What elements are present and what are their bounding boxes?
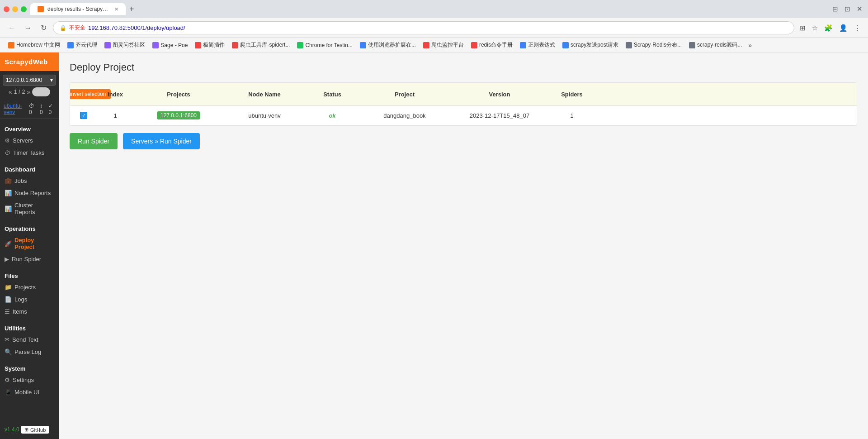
bookmark-regex[interactable]: 正则表达式 bbox=[517, 40, 558, 50]
bookmark-tuling[interactable]: 图灵问答社区 bbox=[102, 40, 148, 50]
sidebar-item-send-text-label: Send Text bbox=[12, 336, 38, 343]
table-header-project: Project bbox=[359, 89, 450, 100]
bookmark-spider-monitor[interactable]: 爬虫监控平台 bbox=[420, 40, 467, 50]
sidebar-item-parse-log-label: Parse Log bbox=[14, 348, 41, 355]
sidebar-item-cluster-reports-label: Cluster Reports bbox=[14, 202, 54, 215]
bookmark-scrapy-redis[interactable]: Scrapy-Redis分布... bbox=[623, 40, 684, 50]
github-label: GitHub bbox=[30, 427, 46, 433]
bookmark-redis-cmd[interactable]: redis命令手册 bbox=[468, 40, 515, 50]
tab-close-icon[interactable]: ✕ bbox=[114, 6, 118, 12]
first-page-btn[interactable]: « bbox=[9, 88, 12, 95]
sidebar-item-logs[interactable]: 📄 Logs bbox=[0, 293, 59, 305]
bookmark-qiyun[interactable]: 齐云代理 bbox=[65, 40, 100, 50]
reload-button[interactable]: ↻ bbox=[38, 22, 49, 34]
bookmark-icon bbox=[152, 42, 159, 48]
github-icon: ⊞ bbox=[24, 427, 28, 433]
row-checkbox[interactable]: ✓ bbox=[80, 112, 87, 119]
row-version: 2023-12-17T15_48_07 bbox=[450, 110, 549, 121]
bookmark-label: scrapy发送post请求 bbox=[571, 41, 618, 49]
row-node-name: ubuntu-venv bbox=[224, 110, 305, 121]
bookmark-homebrew[interactable]: Homebrew 中文网 bbox=[5, 40, 63, 50]
bookmark-browser-ext[interactable]: 使用浏览器扩展在... bbox=[357, 40, 419, 50]
tab-bar: deploy results - ScrapydWeb ✕ + bbox=[30, 3, 827, 16]
bookmark-icon bbox=[8, 42, 14, 48]
sidebar-item-deploy-project-label: Deploy Project bbox=[14, 237, 54, 250]
bookmark-label: Chrome for Testin... bbox=[305, 42, 352, 48]
sidebar-item-settings[interactable]: ⚙ Settings bbox=[0, 374, 59, 386]
bookmark-icon bbox=[562, 42, 569, 48]
menu-btn[interactable]: ⋮ bbox=[852, 22, 863, 34]
cluster-reports-icon: 📊 bbox=[5, 205, 12, 212]
bookmark-chrome-testing[interactable]: Chrome for Testin... bbox=[294, 41, 355, 50]
bookmark-icon bbox=[360, 42, 366, 48]
bookmark-icon bbox=[689, 42, 695, 48]
table-header-checkbox-col: invert selection bbox=[70, 87, 97, 101]
translate-btn[interactable]: ⊞ bbox=[798, 22, 807, 34]
browser-fullscreen-btn[interactable]: ⊡ bbox=[843, 3, 852, 15]
sidebar-item-run-spider[interactable]: ▶ Run Spider bbox=[0, 253, 59, 265]
status-ok-text: ok bbox=[329, 112, 335, 119]
dark-mode-toggle[interactable] bbox=[32, 87, 50, 96]
new-tab-button[interactable]: + bbox=[127, 3, 136, 16]
bookmark-label: Homebrew 中文网 bbox=[16, 41, 60, 49]
extensions-btn[interactable]: 🧩 bbox=[822, 22, 835, 34]
bookmark-label: 使用浏览器扩展在... bbox=[368, 41, 416, 49]
row-project: dangdang_book bbox=[359, 110, 450, 121]
table-header-status: Status bbox=[305, 89, 359, 100]
sidebar-item-node-reports[interactable]: 📊 Node Reports bbox=[0, 187, 59, 199]
sidebar-item-timer-tasks[interactable]: ⏱ Timer Tasks bbox=[0, 147, 59, 159]
bookmark-label: 图灵问答社区 bbox=[113, 41, 145, 49]
profile-btn[interactable]: 👤 bbox=[837, 22, 849, 34]
project-server-tag: 127.0.0.1:6800 bbox=[157, 111, 200, 119]
sidebar-item-send-text[interactable]: ✉ Send Text bbox=[0, 334, 59, 346]
maximize-button[interactable] bbox=[21, 6, 27, 12]
sidebar-section-utilities: Utilities bbox=[0, 320, 59, 334]
sidebar-server-name[interactable]: ubuntu-venv bbox=[4, 103, 25, 115]
more-bookmarks-icon[interactable]: » bbox=[748, 42, 752, 49]
active-tab[interactable]: deploy results - ScrapydWeb ✕ bbox=[30, 3, 126, 15]
last-page-btn[interactable]: » bbox=[27, 88, 30, 95]
bookmark-icon bbox=[297, 42, 303, 48]
sidebar-item-mobile-ui[interactable]: 📱 Mobile UI bbox=[0, 386, 59, 398]
bookmark-label: redis命令手册 bbox=[479, 41, 513, 49]
sidebar-stat-transfer: ↕ 0 bbox=[40, 103, 45, 115]
bookmark-scrapy-redis-src[interactable]: scrapy-redis源码... bbox=[686, 40, 745, 50]
close-button[interactable] bbox=[4, 6, 9, 12]
browser-close-btn[interactable]: ✕ bbox=[855, 3, 864, 15]
bookmark-sage[interactable]: Sage - Poe bbox=[150, 41, 190, 50]
bookmark-icon bbox=[67, 42, 74, 48]
action-buttons: Run Spider Servers » Run Spider bbox=[70, 133, 857, 149]
server-select-value: 127.0.0.1:6800 bbox=[6, 77, 42, 83]
bookmark-scrapy-post[interactable]: scrapy发送post请求 bbox=[560, 40, 621, 50]
sidebar-item-projects[interactable]: 📁 Projects bbox=[0, 281, 59, 293]
timer-tasks-icon: ⏱ bbox=[5, 149, 10, 156]
forward-button[interactable]: → bbox=[22, 22, 34, 34]
sidebar-item-parse-log[interactable]: 🔍 Parse Log bbox=[0, 346, 59, 358]
bookmark-jijian[interactable]: 极简插件 bbox=[192, 40, 227, 50]
browser-action-buttons: ⊞ ☆ 🧩 👤 ⋮ bbox=[798, 22, 863, 34]
sidebar-logo[interactable]: ScrapydWeb bbox=[0, 52, 59, 71]
browser-minimize-btn[interactable]: ⊟ bbox=[830, 3, 840, 15]
bookmark-icon bbox=[232, 42, 238, 48]
page-current: 1 bbox=[14, 89, 17, 95]
github-button[interactable]: ⊞ GitHub bbox=[21, 426, 49, 434]
address-bar[interactable]: 🔒 不安全 192.168.70.82:5000/1/deploy/upload… bbox=[53, 21, 794, 34]
security-icon: 🔒 bbox=[60, 25, 66, 31]
bookmark-btn[interactable]: ☆ bbox=[810, 22, 820, 34]
sidebar-item-jobs[interactable]: 💼 Jobs bbox=[0, 175, 59, 187]
minimize-button[interactable] bbox=[12, 6, 18, 12]
row-spiders: 1 bbox=[549, 110, 594, 121]
bookmark-label: 正则表达式 bbox=[528, 41, 555, 49]
bookmark-label: scrapy-redis源码... bbox=[697, 41, 742, 49]
run-spider-button[interactable]: Run Spider bbox=[70, 133, 118, 149]
back-button[interactable]: ← bbox=[5, 22, 18, 34]
sidebar-item-deploy-project[interactable]: 🚀 Deploy Project bbox=[0, 234, 59, 253]
row-status: ok bbox=[305, 110, 359, 121]
server-dropdown[interactable]: 127.0.0.1:6800 ▾ bbox=[3, 75, 56, 86]
sidebar-item-items[interactable]: ☰ Items bbox=[0, 305, 59, 318]
servers-run-spider-button[interactable]: Servers » Run Spider bbox=[123, 133, 200, 149]
sidebar-item-servers[interactable]: ⚙ Servers bbox=[0, 134, 59, 147]
bookmark-icon bbox=[471, 42, 477, 48]
sidebar-item-cluster-reports[interactable]: 📊 Cluster Reports bbox=[0, 199, 59, 218]
bookmark-spider-tools[interactable]: 爬虫工具库-spidert... bbox=[229, 40, 292, 50]
